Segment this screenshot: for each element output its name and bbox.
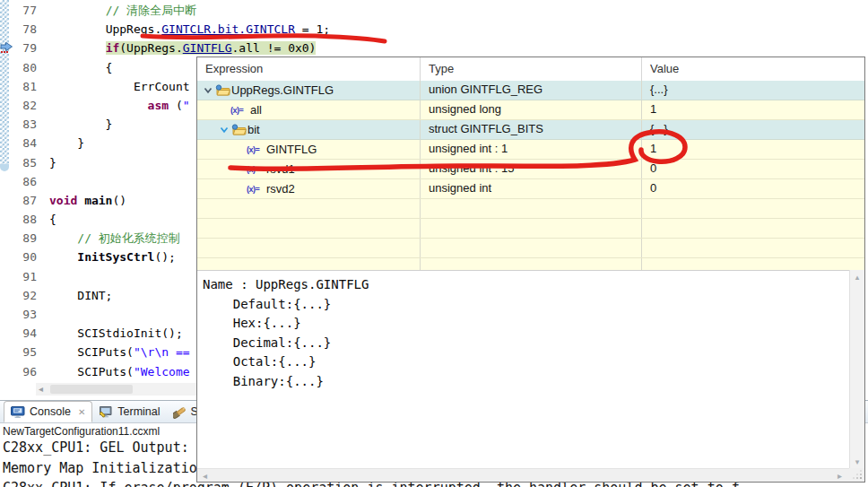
chevron-down-icon[interactable] <box>202 85 214 95</box>
code-token <box>49 80 134 93</box>
code-token: "Welcome <box>134 365 190 378</box>
type-cell: unsigned long <box>420 100 641 119</box>
tab-terminal[interactable]: Terminal <box>92 401 166 422</box>
expression-label: UppRegs.GINTFLG <box>231 82 334 100</box>
line-number: 85 <box>9 153 43 172</box>
struct-folder-icon <box>214 84 231 96</box>
console-line: Memory Map Initializatio <box>3 458 197 479</box>
expression-row-gintflg[interactable]: (x)=GINTFLGunsigned int : 11 <box>197 140 864 160</box>
tab-label: Terminal <box>117 405 160 418</box>
expression-row-uppregs-gintflg[interactable]: UppRegs.GINTFLGunion GINTFLG_REG{...} <box>197 81 864 100</box>
code-token: UppRegs. <box>106 22 162 36</box>
detail-line: Binary:{...} <box>203 372 849 392</box>
details-vertical-scrollbar[interactable]: ▴ ▾ <box>849 270 864 469</box>
detail-line: Name : UppRegs.GINTFLG <box>203 275 849 295</box>
search-icon <box>173 405 187 419</box>
variable-icon: (x)= <box>230 106 250 115</box>
code-token: DINT; <box>49 289 112 302</box>
empty-row <box>197 219 864 239</box>
expression-row-rsvd2[interactable]: (x)=rsvd2unsigned int0 <box>197 179 864 199</box>
line-number: 87 <box>9 191 43 210</box>
line-number: 93 <box>9 305 43 324</box>
line-number: 86 <box>9 172 43 191</box>
column-header-expression[interactable]: Expression <box>197 57 420 81</box>
chevron-down-blue-icon[interactable] <box>218 125 230 135</box>
console-line: C28xx_CPU1: GEL Output: <box>3 438 197 458</box>
hyperlink-token[interactable]: GINTCLR.bit.GINTCLR <box>161 22 295 36</box>
detail-line: Octal:{...} <box>203 352 849 372</box>
value-cell: 1 <box>641 140 864 159</box>
editor-horizontal-scrollbar[interactable]: ◂ <box>36 383 197 396</box>
value-cell: 1 <box>641 100 864 119</box>
type-cell: unsigned int <box>420 179 641 198</box>
code-line-79[interactable]: if(UppRegs.GINTFLG.all != 0x0) <box>49 39 868 57</box>
expression-label: GINTFLG <box>266 141 317 159</box>
current-statement-highlight: if(UppRegs.GINTFLG.all != 0x0) <box>106 41 317 55</box>
expression-table-rows[interactable]: UppRegs.GINTFLGunion GINTFLG_REG{...}(x)… <box>197 81 864 278</box>
resize-grip[interactable] <box>849 468 864 482</box>
code-token <box>49 4 106 17</box>
column-header-value[interactable]: Value <box>641 57 864 81</box>
console-output: C28xx_CPU1: GEL Output:Memory Map Initia… <box>3 438 197 478</box>
range-indicator-ruler <box>0 0 9 164</box>
scroll-up-icon[interactable]: ▴ <box>850 273 864 282</box>
value-cell: 0 <box>641 179 864 198</box>
hyperlink-token[interactable]: GINTFLG <box>183 41 232 55</box>
code-token: SCIStdioInit(); <box>49 326 183 340</box>
expression-label: all <box>250 101 262 119</box>
code-token <box>77 194 84 207</box>
scroll-right-icon[interactable]: ▸ <box>838 470 842 482</box>
code-token: ( <box>169 99 183 112</box>
scrollbar-thumb[interactable] <box>50 385 133 394</box>
value-cell: {...} <box>641 120 864 139</box>
code-token: "\r\n == <box>134 345 190 359</box>
code-token: InitSysCtrl <box>77 250 154 264</box>
code-token <box>49 41 106 55</box>
code-token: { <box>49 213 56 226</box>
code-token: (UppRegs. <box>119 41 182 55</box>
line-number: 82 <box>9 96 43 115</box>
code-token <box>49 22 106 36</box>
console-target-title: NewTargetConfiguration11.ccxml <box>3 425 160 438</box>
code-line-77[interactable]: // 清除全局中断 <box>49 1 868 20</box>
code-token: ErrCount <box>134 80 190 93</box>
code-token <box>49 250 77 264</box>
scroll-left-icon[interactable]: ◂ <box>203 470 207 482</box>
instruction-pointer-icon <box>0 40 13 54</box>
code-token: } <box>49 156 56 170</box>
code-token: () <box>112 194 126 207</box>
line-number: 78 <box>9 20 43 39</box>
value-cell: {...} <box>641 81 864 100</box>
variable-icon: (x)= <box>247 165 266 174</box>
range-indicator-cap <box>0 164 9 171</box>
expression-label: rsvd2 <box>266 180 295 198</box>
code-token: .all != 0x0) <box>232 41 317 55</box>
empty-row <box>197 239 864 258</box>
variable-icon: (x)= <box>247 185 266 194</box>
expression-row-rsvd1[interactable]: (x)=rsvd1unsigned int : 150 <box>197 160 864 179</box>
empty-row <box>197 199 864 219</box>
console-icon <box>11 405 25 419</box>
type-cell: unsigned int : 15 <box>420 160 641 178</box>
expression-row-all[interactable]: (x)=allunsigned long1 <box>197 100 864 120</box>
code-token: (); <box>154 250 175 264</box>
popup-horizontal-scrollbar[interactable]: ◂ ▸ <box>197 468 849 482</box>
code-token: // 清除全局中断 <box>106 4 196 17</box>
struct-folder-icon <box>230 124 247 135</box>
line-number: 79 <box>9 39 43 57</box>
line-number: 96 <box>9 362 43 381</box>
detail-line: Decimal:{...} <box>203 334 849 353</box>
tab-console[interactable]: Console✕ <box>4 401 92 422</box>
code-token: void <box>49 194 77 207</box>
close-icon[interactable]: ✕ <box>78 407 85 417</box>
expression-row-bit[interactable]: bitstruct GINTFLG_BITS{...} <box>197 120 864 140</box>
scroll-left-icon[interactable]: ◂ <box>39 383 43 396</box>
expression-hover-popup[interactable]: Expression Type Value UppRegs.GINTFLGuni… <box>196 57 865 483</box>
line-number: 95 <box>9 343 43 361</box>
scroll-down-icon[interactable]: ▾ <box>850 457 864 466</box>
code-token: " <box>183 99 190 112</box>
column-header-type[interactable]: Type <box>420 57 641 81</box>
code-line-78[interactable]: UppRegs.GINTCLR.bit.GINTCLR = 1; <box>49 20 868 39</box>
line-number: 77 <box>9 1 43 20</box>
terminal-icon <box>99 405 113 419</box>
